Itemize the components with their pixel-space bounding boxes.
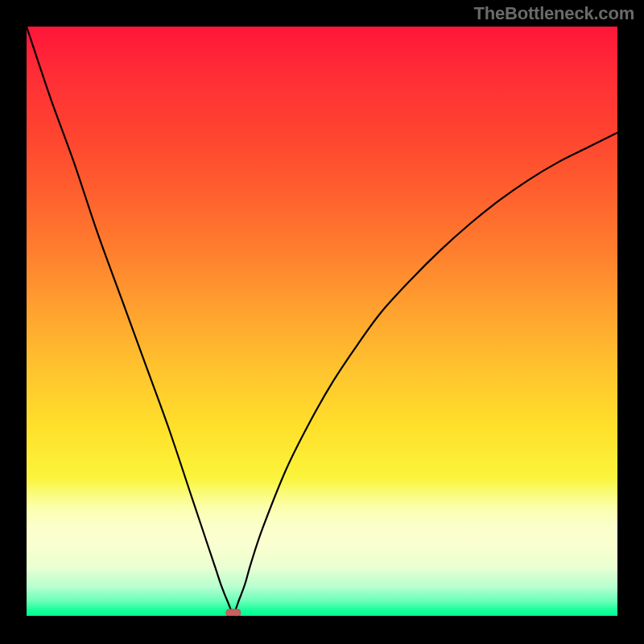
- chart-root: TheBottleneck.com: [0, 0, 644, 644]
- curve-layer: [27, 27, 617, 616]
- bottleneck-curve: [27, 27, 617, 613]
- watermark-text: TheBottleneck.com: [473, 3, 634, 24]
- min-marker: [226, 609, 241, 616]
- plot-area: [27, 27, 617, 616]
